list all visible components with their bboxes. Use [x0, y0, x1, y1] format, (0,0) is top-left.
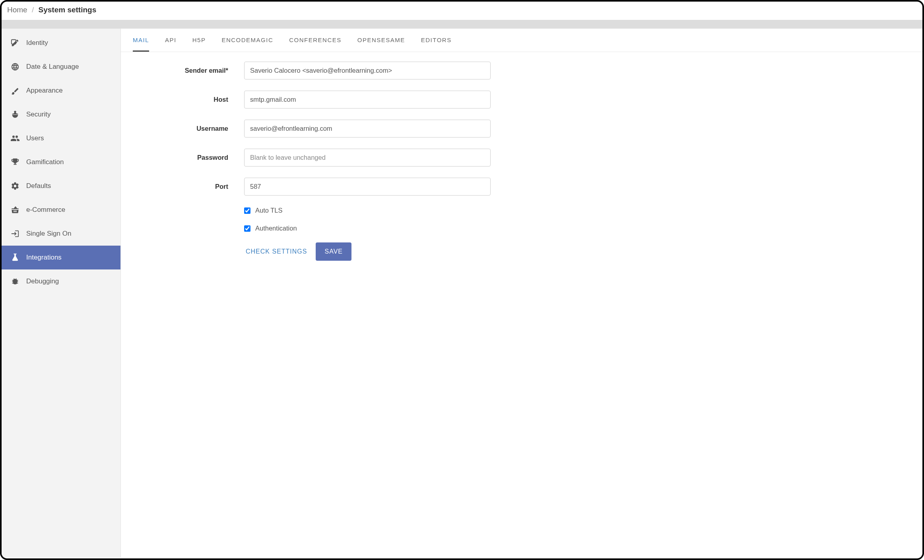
- tab-conferences[interactable]: CONFERENCES: [289, 37, 342, 52]
- sidebar-item-identity[interactable]: Identity: [2, 31, 120, 55]
- bug-icon: [10, 277, 20, 286]
- sidebar-item-date-language[interactable]: Date & Language: [2, 55, 120, 79]
- sidebar-item-debugging[interactable]: Debugging: [2, 269, 120, 293]
- brush-icon: [10, 86, 20, 95]
- label-auto-tls: Auto TLS: [255, 207, 283, 214]
- tab-encodemagic[interactable]: ENCODEMAGIC: [221, 37, 273, 52]
- users-icon: [10, 134, 20, 143]
- flask-icon: [10, 253, 20, 262]
- tab-h5p[interactable]: H5P: [192, 37, 206, 52]
- sidebar-item-label: Date & Language: [26, 63, 79, 71]
- breadcrumb-separator: /: [32, 6, 34, 14]
- sidebar-item-label: e-Commerce: [26, 206, 65, 214]
- main-content: MAIL API H5P ENCODEMAGIC CONFERENCES OPE…: [121, 29, 922, 558]
- page-title: System settings: [39, 6, 97, 14]
- sidebar-item-defaults[interactable]: Defaults: [2, 174, 120, 198]
- sidebar-item-single-sign-on[interactable]: Single Sign On: [2, 222, 120, 246]
- username-input[interactable]: [244, 120, 491, 138]
- label-authentication: Authentication: [255, 225, 297, 232]
- sidebar-item-security[interactable]: Security: [2, 103, 120, 126]
- sidebar-item-appearance[interactable]: Appearance: [2, 79, 120, 103]
- check-settings-button[interactable]: CHECK SETTINGS: [244, 243, 309, 260]
- gears-icon: [10, 181, 20, 191]
- sidebar-item-label: Appearance: [26, 87, 63, 95]
- label-password: Password: [133, 154, 244, 161]
- sidebar-item-label: Identity: [26, 39, 48, 47]
- sidebar-item-integrations[interactable]: Integrations: [2, 246, 120, 269]
- label-username: Username: [133, 125, 244, 132]
- sidebar-item-label: Debugging: [26, 277, 59, 285]
- tab-api[interactable]: API: [165, 37, 177, 52]
- sidebar-item-label: Gamification: [26, 158, 64, 166]
- breadcrumb: Home / System settings: [2, 2, 922, 20]
- sidebar-item-label: Users: [26, 134, 44, 142]
- port-input[interactable]: [244, 178, 491, 196]
- sidebar-item-label: Integrations: [26, 254, 62, 262]
- tab-opensesame[interactable]: OPENSESAME: [357, 37, 405, 52]
- trophy-icon: [10, 157, 20, 167]
- authentication-checkbox[interactable]: [244, 225, 250, 232]
- label-host: Host: [133, 96, 244, 103]
- agent-icon: [10, 110, 20, 119]
- host-input[interactable]: [244, 91, 491, 109]
- sidebar-item-gamification[interactable]: Gamification: [2, 150, 120, 174]
- sidebar-item-users[interactable]: Users: [2, 126, 120, 150]
- sidebar-item-label: Defaults: [26, 182, 51, 190]
- sidebar-item-label: Single Sign On: [26, 230, 71, 238]
- sidebar-item-ecommerce[interactable]: e-Commerce: [2, 198, 120, 222]
- globe-icon: [10, 62, 20, 72]
- breadcrumb-home[interactable]: Home: [7, 6, 27, 14]
- header-divider-strip: [2, 20, 922, 29]
- password-input[interactable]: [244, 149, 491, 167]
- sidebar-item-label: Security: [26, 110, 50, 118]
- tab-editors[interactable]: EDITORS: [421, 37, 452, 52]
- auto-tls-checkbox[interactable]: [244, 207, 250, 214]
- tabs: MAIL API H5P ENCODEMAGIC CONFERENCES OPE…: [121, 29, 922, 52]
- label-port: Port: [133, 183, 244, 190]
- mail-settings-form: Sender email* Host Username Password: [121, 52, 622, 273]
- tab-mail[interactable]: MAIL: [133, 37, 149, 52]
- save-button[interactable]: SAVE: [316, 242, 351, 261]
- sidebar: Identity Date & Language Appearance Secu…: [2, 29, 121, 558]
- edit-icon: [10, 38, 20, 48]
- sender-email-input[interactable]: [244, 62, 491, 79]
- label-sender-email: Sender email*: [133, 67, 244, 74]
- basket-icon: [10, 205, 20, 215]
- signin-icon: [10, 229, 20, 238]
